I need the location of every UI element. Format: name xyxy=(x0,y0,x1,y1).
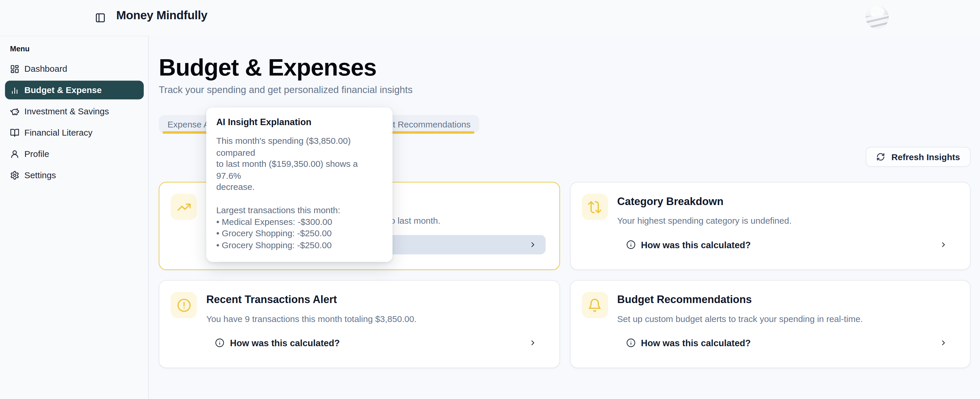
card-icon-box xyxy=(582,292,608,318)
how-calculated-row[interactable]: How was this calculated? xyxy=(206,333,546,352)
info-icon xyxy=(626,338,635,347)
chevron-right-icon xyxy=(528,339,537,347)
card-text: You have 9 transactions this month total… xyxy=(206,312,546,325)
piggy-bank-icon xyxy=(10,107,19,116)
chevron-right-icon xyxy=(939,339,948,347)
panel-left-icon xyxy=(95,12,105,23)
sidebar-item-dashboard[interactable]: Dashboard xyxy=(5,59,144,78)
content-shell: Menu Dashboard Budget & Expense Investme… xyxy=(0,36,980,399)
page-subtitle: Track your spending and get personalized… xyxy=(159,84,970,96)
how-calculated-row[interactable]: How was this calculated? xyxy=(617,333,956,352)
page-title: Budget & Expenses xyxy=(159,54,970,81)
refresh-insights-button[interactable]: Refresh Insights xyxy=(865,147,970,167)
chevron-right-icon xyxy=(939,241,948,249)
sidebar-item-label: Settings xyxy=(24,170,56,180)
card-body: Recent Transactions Alert You have 9 tra… xyxy=(206,292,546,356)
card-icon-box xyxy=(582,194,608,220)
sidebar: Menu Dashboard Budget & Expense Investme… xyxy=(0,36,149,399)
how-calculated-label: How was this calculated? xyxy=(230,338,340,348)
repeat-icon xyxy=(587,200,602,214)
gear-icon xyxy=(10,170,19,180)
tooltip-title: AI Insight Explanation xyxy=(216,117,382,127)
card-body: Category Breakdown Your highest spending… xyxy=(617,194,956,258)
sidebar-item-label: Investment & Savings xyxy=(24,106,109,116)
card-text: Set up custom budget alerts to track you… xyxy=(617,312,956,325)
book-open-icon xyxy=(10,128,19,137)
sidebar-menu-label: Menu xyxy=(10,45,148,53)
sidebar-item-financial-literacy[interactable]: Financial Literacy xyxy=(5,123,144,142)
sidebar-item-settings[interactable]: Settings xyxy=(5,166,144,184)
ai-insight-tooltip: AI Insight Explanation This month's spen… xyxy=(206,108,393,262)
how-calculated-row[interactable]: How was this calculated? xyxy=(617,235,956,254)
info-icon xyxy=(215,338,224,347)
sidebar-item-label: Financial Literacy xyxy=(24,127,92,137)
alert-circle-icon xyxy=(177,298,191,312)
card-body: Budget Recommendations Set up custom bud… xyxy=(617,292,956,356)
sidebar-item-label: Dashboard xyxy=(24,64,67,74)
sidebar-item-label: Budget & Expense xyxy=(24,85,102,95)
card-title: Recent Transactions Alert xyxy=(206,292,546,307)
bell-icon xyxy=(587,298,602,312)
top-header: Money Mindfully xyxy=(0,0,980,36)
card-category-breakdown: Category Breakdown Your highest spending… xyxy=(570,182,970,270)
card-text: Your highest spending category is undefi… xyxy=(617,215,956,227)
refresh-insights-label: Refresh Insights xyxy=(891,152,960,162)
how-calculated-label: How was this calculated? xyxy=(641,240,751,250)
card-icon-box xyxy=(171,292,197,318)
card-icon-box xyxy=(171,194,197,220)
card-title: Budget Recommendations xyxy=(617,292,956,307)
app-title: Money Mindfully xyxy=(116,9,207,22)
dashboard-icon xyxy=(10,64,19,73)
refresh-icon xyxy=(877,153,885,161)
card-recent-transactions-alert: Recent Transactions Alert You have 9 tra… xyxy=(159,280,560,368)
user-icon xyxy=(10,149,19,158)
sidebar-item-profile[interactable]: Profile xyxy=(5,145,144,163)
card-budget-recommendations: Budget Recommendations Set up custom bud… xyxy=(570,280,970,368)
bar-chart-icon xyxy=(10,86,19,95)
app-root: Money Mindfully Menu Dashboard Budget & … xyxy=(0,0,980,399)
user-avatar[interactable] xyxy=(865,6,889,29)
sidebar-item-investment-savings[interactable]: Investment & Savings xyxy=(5,102,144,121)
how-calculated-label: How was this calculated? xyxy=(641,338,751,348)
card-title: Category Breakdown xyxy=(617,194,956,209)
info-icon xyxy=(626,240,635,250)
trending-up-icon xyxy=(177,200,191,214)
tooltip-body: This month's spending ($3,850.00) compar… xyxy=(216,135,382,251)
sidebar-toggle-button[interactable] xyxy=(93,11,107,24)
sidebar-item-budget-expense[interactable]: Budget & Expense xyxy=(5,81,144,99)
sidebar-item-label: Profile xyxy=(24,149,49,159)
chevron-right-icon xyxy=(528,241,537,249)
